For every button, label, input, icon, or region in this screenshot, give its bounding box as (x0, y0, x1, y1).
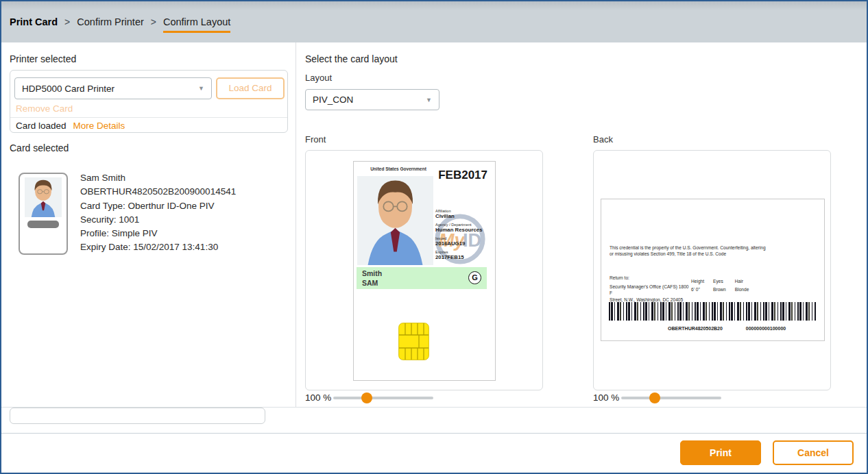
print-card-window: Print Card > Confirm Printer > Confirm L… (0, 0, 868, 474)
cardholder-name: Sam Smith (80, 171, 236, 185)
layout-dropdown-value: PIV_CON (313, 95, 353, 105)
front-given-name: SAM (362, 278, 382, 288)
breadcrumb: Print Card > Confirm Printer > Confirm L… (1, 1, 867, 42)
back-label: Back (593, 134, 613, 145)
card-info: Sam Smith OBERTHUR4820502B200900014541 C… (80, 171, 236, 255)
affiliation-value: Civilian (435, 213, 494, 219)
issued-value: 2016AUG19 (435, 240, 494, 247)
front-issuer-text: United States Government (358, 166, 439, 171)
panel-divider (296, 42, 296, 407)
return-to-label: Return to: (610, 275, 690, 282)
front-detail-column: Affiliation Civilian Agency / Department… (435, 209, 494, 260)
select-layout-title: Select the card layout (305, 53, 398, 64)
front-surname: Smith (362, 269, 382, 278)
printer-dropdown[interactable]: HDP5000 Card Printer ▼ (14, 77, 212, 99)
barcode-labels: OBERTHUR4820502B20 000000000100000 (601, 326, 825, 334)
back-zoom-slider[interactable] (621, 397, 721, 399)
card-loaded-status: Card loaded (16, 121, 67, 131)
return-address-line1: Security Manager's Office (CAFS) 1800 F (610, 284, 690, 297)
barcode (609, 302, 817, 321)
layout-label: Layout (305, 73, 332, 83)
eyes-label: Eyes (713, 279, 726, 284)
card-slot-bar (27, 221, 59, 228)
hair-label: Hair (735, 279, 749, 284)
back-legal-text: This credential is the property of the U… (610, 245, 769, 257)
hair-value: Blonde (735, 287, 749, 292)
back-preview-panel: This credential is the property of the U… (593, 150, 831, 390)
print-button[interactable]: Print (680, 440, 761, 465)
card-front-preview: United States Government FEB2017 My ID A… (353, 161, 496, 381)
agency-value: Human Resources (435, 227, 494, 233)
g-badge: G (468, 271, 481, 284)
user-photo (25, 177, 62, 217)
printer-dropdown-value: HDP5000 Card Printer (22, 84, 114, 94)
cancel-button[interactable]: Cancel (773, 440, 854, 465)
chevron-down-icon: ▼ (198, 85, 204, 92)
remove-card-link[interactable]: Remove Card (16, 103, 73, 114)
card-security: Security: 1001 (80, 213, 236, 227)
group-separator (10, 117, 287, 118)
front-name-band: Smith SAM G (357, 267, 487, 289)
load-card-button[interactable]: Load Card (216, 77, 285, 99)
card-status-row: Card loadedMore Details (16, 121, 125, 131)
front-expiry-banner: FEB2017 (438, 169, 487, 182)
breadcrumb-confirm-layout[interactable]: Confirm Layout (163, 16, 230, 33)
card-selected-title: Card selected (10, 142, 69, 153)
height-value: 6' 0" (691, 287, 704, 292)
printer-selected-title: Printer selected (10, 53, 76, 64)
breadcrumb-confirm-printer[interactable]: Confirm Printer (77, 16, 144, 27)
chevron-right-icon: > (151, 16, 156, 27)
front-zoom-slider[interactable] (333, 397, 433, 399)
card-serial: OBERTHUR4820502B200900014541 (80, 185, 236, 199)
smartcard-chip-icon (398, 323, 429, 360)
front-label: Front (305, 134, 326, 145)
card-thumbnail (19, 173, 68, 255)
layout-dropdown[interactable]: PIV_CON ▼ (305, 89, 439, 110)
back-return-block: Return to: Security Manager's Office (CA… (610, 275, 690, 303)
chevron-down-icon: ▼ (426, 97, 432, 103)
empty-footer-field[interactable] (10, 408, 265, 424)
card-type: Card Type: Oberthur ID-One PIV (80, 199, 236, 213)
card-profile: Profile: Simple PIV (80, 227, 236, 240)
more-details-link[interactable]: More Details (73, 121, 125, 131)
breadcrumb-print-card[interactable]: Print Card (10, 16, 58, 27)
back-attributes: Height 6' 0" Eyes Brown Hair Blonde (691, 279, 749, 292)
front-zoom-label: 100 % (305, 392, 331, 403)
front-portrait-photo (357, 176, 433, 265)
footer-divider (1, 433, 867, 434)
front-zoom-slider-thumb[interactable] (361, 392, 372, 403)
front-preview-panel: United States Government FEB2017 My ID A… (305, 150, 543, 390)
eyes-value: Brown (713, 287, 726, 292)
card-expiry: Expiry Date: 15/02/2017 13:41:30 (80, 240, 236, 254)
barcode-number-text: 000000000100000 (725, 326, 807, 331)
back-zoom-label: 100 % (593, 392, 619, 403)
chevron-right-icon: > (64, 16, 70, 27)
expires-value: 2017FEB15 (435, 254, 494, 260)
height-label: Height (691, 279, 704, 284)
card-back-preview: This credential is the property of the U… (601, 199, 825, 341)
back-zoom-slider-thumb[interactable] (649, 392, 660, 403)
printer-group: HDP5000 Card Printer ▼ Load Card Remove … (10, 70, 288, 133)
